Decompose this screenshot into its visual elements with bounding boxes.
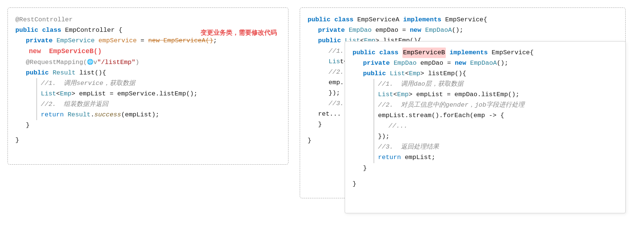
code-line: //1. 调用dao层，获取数据 xyxy=(378,79,618,89)
code-line: } xyxy=(15,135,281,146)
right-panel-wrapper: public class EmpServiceA implements EmpS… xyxy=(300,7,626,198)
code-line: public class EmpServiceB implements EmpS… xyxy=(353,48,618,58)
left-code-panel: 变更业务类，需要修改代码 @RestController public clas… xyxy=(7,7,288,165)
code-line: } xyxy=(363,163,618,174)
code-line: @RequestMapping( 🌐 v "/listEmp" ) xyxy=(26,57,281,68)
code-line: @RestController xyxy=(15,15,281,25)
inner-code-block: //1. 调用dao层，获取数据 List < Emp > empList = … xyxy=(374,79,618,163)
code-line: //2. 对员工信息中的gender，job字段进行处理 xyxy=(378,100,618,110)
code-line: List < Emp > empList = empService.listEm… xyxy=(41,89,281,99)
code-line: private EmpDao empDao = new EmpDaoA (); xyxy=(363,58,618,68)
code-line: private EmpDao empDao = new EmpDaoA (); xyxy=(318,25,618,36)
code-line: List < Emp > empList = empDao.listEmp(); xyxy=(378,89,618,100)
spacer xyxy=(15,131,281,135)
change-annotation: 变更业务类，需要修改代码 xyxy=(200,28,277,37)
code-line: //1. 调用service，获取数据 xyxy=(41,78,281,89)
new-service-label: new EmpServiceB() xyxy=(29,46,102,57)
code-line: return empList; xyxy=(378,152,618,163)
highlight-empserviceb: EmpServiceB xyxy=(402,48,446,58)
code-line: public List < Emp > listEmp(){ xyxy=(363,68,618,79)
right-panel-front: public class EmpServiceB implements EmpS… xyxy=(345,41,626,213)
code-line: //2. 组装数据并返回 xyxy=(41,99,281,110)
code-line: public Result list(){ xyxy=(26,68,281,78)
spacer xyxy=(353,174,618,179)
code-line: private EmpService empService = new EmpS… xyxy=(26,36,281,57)
code-line: } xyxy=(26,120,281,131)
code-line: } xyxy=(353,179,618,189)
code-line: empList.stream().forEach(emp -> { xyxy=(378,110,618,121)
code-line: public class EmpServiceA implements EmpS… xyxy=(308,15,618,25)
code-line: //3. 返回处理结果 xyxy=(378,142,618,152)
code-line: //... xyxy=(388,121,618,131)
code-line: return Result . success (empList); xyxy=(41,110,281,120)
code-line: }); xyxy=(378,131,618,142)
code-block: //1. 调用service，获取数据 List < Emp > empList… xyxy=(36,78,281,120)
